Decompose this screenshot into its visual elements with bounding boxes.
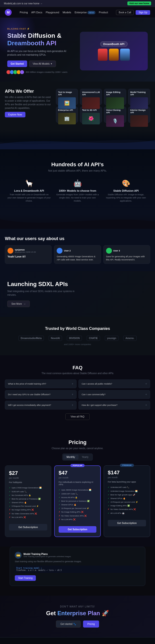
cta-get-started-button[interactable]: Get started 🐾	[56, 620, 81, 628]
book-call-button[interactable]: Book a Call	[116, 10, 134, 15]
get-started-button[interactable]: Get Started	[7, 60, 27, 67]
hero-title-gradient: Dreambooth API	[7, 40, 56, 47]
nav-product[interactable]: Product	[99, 11, 108, 14]
view-all-faq-button[interactable]: View all FAQ	[66, 413, 89, 420]
feature-prem-7: ✓All LLM APIs 🤖	[108, 512, 146, 515]
hero-image-overlay: DreamBooth API	[80, 32, 148, 70]
cta-pricing-button[interactable]: Pricing	[83, 620, 99, 628]
api-card-enterprise[interactable]: Enterprise API 🏢	[56, 107, 78, 123]
features-row: 🦙 Lora & Dreambooth API Train model with…	[7, 179, 148, 202]
nav-api-docs[interactable]: API Docs	[31, 11, 42, 14]
models-icon: 🤖	[56, 179, 99, 187]
subscribe-popular-button[interactable]: Get Subscription	[58, 526, 96, 533]
api-card-text-to-image[interactable]: Text to Image API 🖼️	[56, 89, 78, 105]
nav-enterprise[interactable]: Enterprise NEW	[74, 11, 96, 14]
faq-q-1: Can I access all public models?	[82, 382, 112, 385]
monthly-toggle[interactable]: Monthly	[63, 454, 78, 460]
wave-bottom-svg	[0, 214, 155, 229]
feature-hobby-2: ✓No Constraint APIs 🔓	[9, 494, 47, 497]
nav-playground[interactable]: Playground	[46, 11, 59, 14]
feature-prem-0: ✓Unlimited API calls 📞	[108, 486, 146, 489]
lora-name: Lora & Dreambooth API	[7, 189, 51, 192]
hero-title-line1: Stable Diffusion &	[7, 32, 62, 39]
api-card-title-5: Text to 3D API	[82, 109, 100, 111]
api-preview-2	[106, 97, 124, 109]
api-card-3d[interactable]: Text to 3D API 🌺	[80, 107, 102, 123]
api-preview-6: 🎙️	[106, 115, 124, 127]
hundreds-subtitle: Not just stable diffusion API, there are…	[7, 169, 148, 172]
feature-lora: 🦙 Lora & Dreambooth API Train model with…	[7, 179, 51, 202]
price-features-popular: ✓Upto 48000 Image Generations 🌅 ✓10000 A…	[58, 488, 96, 521]
faq-expand-5: +	[145, 404, 147, 407]
price-for-premium: For beta launching your apps	[108, 481, 146, 483]
nav-pricing[interactable]: Pricing	[20, 11, 28, 14]
see-more-button[interactable]: See More →	[7, 300, 30, 307]
testimonial-text-2: Save for generating all your images with…	[106, 255, 148, 261]
explore-button[interactable]: Explore Now	[5, 112, 26, 118]
api-preview-3	[130, 97, 148, 109]
testimonial-2: User 3 Save for generating all your imag…	[104, 245, 150, 264]
sdxl-content: Launching SDXL APIs Start integrating on…	[7, 281, 80, 307]
testimonial-header-2: User 3	[106, 248, 148, 254]
view-models-button[interactable]: View All Models ✦	[29, 60, 56, 67]
announcement-bar: ModelsLab.com is our new home → Visit ou…	[0, 0, 155, 7]
api-card-uncensored[interactable]: Uncensored LLM API	[80, 89, 102, 105]
faq-expand-0: +	[72, 382, 74, 386]
api-card-interior[interactable]: Interior Design API	[128, 107, 150, 123]
stable-diffusion-icon: 🎨	[104, 179, 148, 187]
faq-grid: What is the price of model training API?…	[5, 380, 150, 410]
hero-title: Stable Diffusion & Dreambooth API	[7, 32, 75, 47]
wave-bottom	[0, 214, 155, 229]
testimonials-grid: spejamas @spejamas 23/08 15:39 Yeah! Lov…	[5, 245, 150, 264]
hero-stats: 800 Million images created by 100K+ user…	[7, 70, 75, 74]
faq-item-4[interactable]: Will I get access immediately after paym…	[5, 401, 76, 410]
testimonial-0: spejamas @spejamas 23/08 15:39 Yeah! Lov…	[5, 245, 52, 264]
start-training-button[interactable]: Start Training	[15, 575, 36, 581]
faq-item-3[interactable]: Can I use commercially? +	[78, 390, 150, 399]
faq-item-2[interactable]: Do I need any GPU to use Stable Diffusio…	[5, 390, 76, 399]
faq-item-1[interactable]: Can I access all public models? +	[78, 380, 150, 388]
price-period-premium: per month	[108, 476, 146, 479]
company-3: CHATIE	[87, 336, 100, 341]
feature-hobby-6: ✗No Image Editing APIs ❌	[9, 508, 47, 512]
testimonial-1: User 2 Generating 48000 Image Generation…	[54, 245, 101, 264]
hero-section: BLAZING FAST ⚡ Stable Diffusion & Dreamb…	[0, 18, 155, 82]
feature-models: 🤖 1000+ Models to choose from Generate i…	[56, 179, 99, 202]
feature-hobby-8: ✗No LLM APIs ❌	[9, 516, 47, 519]
api-card-image-editing[interactable]: Image Editing API	[104, 89, 126, 105]
api-card-title-7: Interior Design API	[130, 109, 148, 114]
announcement-cta[interactable]: Visit our new home	[128, 2, 151, 5]
subscribe-premium-button[interactable]: Get Subscription	[108, 520, 146, 526]
dreambooth-label: DreamBooth API	[100, 42, 128, 47]
faq-title: FAQ	[5, 365, 150, 370]
nav-models[interactable]: Models	[62, 11, 71, 14]
price-card-hobby: $27 per month For hobbyists ✓Upto 17000 …	[5, 466, 51, 537]
sdxl-subtitle: Start integrating one of best SDXL model…	[7, 290, 80, 297]
hundreds-section: Hundreds of AI API's Not just stable dif…	[0, 149, 155, 214]
price-period-hobby: per month	[9, 477, 47, 479]
nav-logo[interactable]: M	[5, 9, 12, 16]
api-card-voice[interactable]: Voice Cloning API 🎙️	[104, 107, 126, 123]
stable-diffusion-name: Stable Diffusion API	[104, 189, 148, 192]
training-icon: 💳	[15, 552, 22, 558]
api-card-model-training[interactable]: Model Training API	[128, 89, 150, 105]
yearly-toggle[interactable]: Yearly	[78, 454, 92, 460]
faq-q-0: What is the price of model training API?	[8, 382, 46, 385]
api-card-title-3: Model Training API	[130, 91, 148, 96]
subscribe-hobby-button[interactable]: Get Subscription	[9, 524, 47, 530]
faq-q-4: Will I get access immediately after paym…	[8, 404, 51, 406]
hero-badge: BLAZING FAST ⚡	[7, 28, 75, 30]
price-features-premium: ✓Unlimited API calls 📞 ✓Unlimited Image …	[108, 486, 146, 515]
apis-header: APIs We Offer We offer a variety of APIs…	[5, 89, 52, 118]
nav-links: Pricing API Docs Playground Models Enter…	[20, 11, 108, 14]
wave-divider	[0, 130, 155, 149]
company-5: Ameno.	[123, 336, 136, 341]
faq-item-0[interactable]: What is the price of model training API?…	[5, 380, 76, 388]
feature-prem-6: ✗No Video Generation APIs ❌	[108, 508, 146, 511]
signup-button[interactable]: Sign Up	[136, 10, 150, 15]
testimonials-section: What our users say about us spejamas @sp…	[0, 229, 155, 271]
faq-q-2: Do I need any GPU to use Stable Diffusio…	[8, 393, 50, 396]
feature-prem-3: ✓Shared GPUs 🔥	[108, 496, 146, 500]
testimonial-header-0: spejamas @spejamas 23/08 15:39	[8, 248, 49, 254]
faq-item-5[interactable]: How do I get support after purchase? +	[78, 401, 150, 410]
